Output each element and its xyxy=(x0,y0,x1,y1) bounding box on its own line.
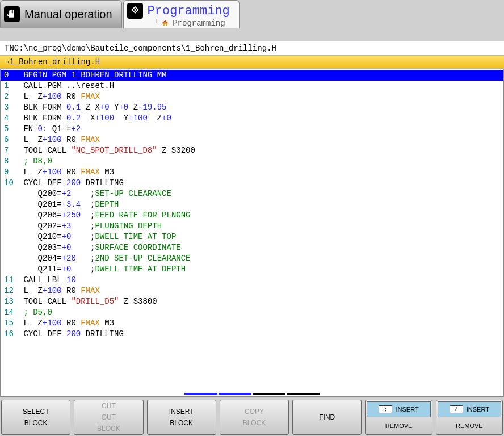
file-name-bar: →1_Bohren_drilling.H xyxy=(0,55,504,69)
code-line[interactable]: Q200=+2 ;SET-UP CLEARANCE xyxy=(1,188,503,199)
code-line[interactable]: 16 CYCL DEF 200 DRILLING xyxy=(1,329,503,339)
tab-manual-operation[interactable]: Manual operation xyxy=(0,0,122,28)
softkey-slash-insert-remove[interactable]: /INSERT REMOVE xyxy=(436,400,503,435)
code-line[interactable]: 12 L Z+100 R0 FMAX xyxy=(1,286,503,296)
code-line[interactable]: 9 L Z+100 R0 FMAX M3 xyxy=(1,167,503,178)
code-line[interactable]: 10 CYCL DEF 200 DRILLING xyxy=(1,178,503,188)
code-line[interactable]: Q201=-3.4 ;DEPTH xyxy=(1,199,503,210)
code-line[interactable]: Q211=+0 ;DWELL TIME AT DEPTH xyxy=(1,264,503,275)
nc-program-editor[interactable]: 0 BEGIN PGM 1_BOHREN_DRILLING MM 1 CALL … xyxy=(0,69,504,396)
semicolon-icon: ; xyxy=(379,405,392,413)
softkey-find[interactable]: FIND xyxy=(292,400,362,435)
code-line[interactable]: Q203=+0 ;SURFACE COORDINATE xyxy=(1,242,503,253)
code-line[interactable]: Q210=+0 ;DWELL TIME AT TOP xyxy=(1,232,503,242)
code-line[interactable]: 11 CALL LBL 10 xyxy=(1,275,503,286)
tab-programming[interactable]: Programming └ Programming xyxy=(123,0,240,28)
code-line[interactable]: Q206=+250 ;FEED RATE FOR PLNGNG xyxy=(1,210,503,221)
file-path: TNC:\nc_prog\demo\Bauteile_components\1_… xyxy=(0,41,504,55)
softkey-bar: SELECTBLOCK CUTOUTBLOCK INSERTBLOCK COPY… xyxy=(0,396,504,436)
code-line[interactable]: 7 TOOL CALL "NC_SPOT_DRILL_D8" Z S3200 xyxy=(1,145,503,156)
code-line[interactable]: 6 L Z+100 R0 FMAX xyxy=(1,135,503,145)
hand-icon xyxy=(4,6,20,22)
code-line[interactable]: 4 BLK FORM 0.2 X+100 Y+100 Z+0 xyxy=(1,113,503,124)
tab-label: Programming xyxy=(148,4,230,18)
code-line[interactable]: 14 ; D5,0 xyxy=(1,307,503,318)
code-line[interactable]: 8 ; D8,0 xyxy=(1,156,503,167)
programming-icon xyxy=(127,3,143,19)
softkey-cut-out-block[interactable]: CUTOUTBLOCK xyxy=(74,400,143,435)
code-line[interactable]: Q202=+3 ;PLUNGING DEPTH xyxy=(1,221,503,232)
code-line[interactable]: 0 BEGIN PGM 1_BOHREN_DRILLING MM xyxy=(1,70,503,81)
softkey-page-indicator xyxy=(184,393,320,395)
breadcrumb: └ Programming xyxy=(132,19,225,28)
softkey-select-block[interactable]: SELECTBLOCK xyxy=(1,400,70,435)
softkey-copy-block[interactable]: COPYBLOCK xyxy=(220,400,289,435)
code-line[interactable]: 13 TOOL CALL "DRILL_D5" Z S3800 xyxy=(1,296,503,307)
code-line[interactable]: 5 FN 0: Q1 =+2 xyxy=(1,124,503,135)
softkey-insert-block[interactable]: INSERTBLOCK xyxy=(147,400,216,435)
code-line[interactable]: 15 L Z+100 R0 FMAX M3 xyxy=(1,318,503,329)
softkey-comment-insert-remove[interactable]: ;INSERT REMOVE xyxy=(365,400,432,435)
tab-label: Manual operation xyxy=(24,8,112,21)
mode-tabs: Manual operation Programming └ Programmi… xyxy=(0,0,504,28)
code-line[interactable]: Q204=+20 ;2ND SET-UP CLEARANCE xyxy=(1,253,503,264)
home-icon xyxy=(161,19,169,27)
svg-point-0 xyxy=(134,9,136,11)
code-line[interactable]: 1 CALL PGM ..\reset.H xyxy=(1,81,503,91)
code-line[interactable]: 3 BLK FORM 0.1 Z X+0 Y+0 Z-19.95 xyxy=(1,102,503,113)
code-line[interactable]: 2 L Z+100 R0 FMAX xyxy=(1,91,503,102)
slash-icon: / xyxy=(450,405,463,413)
